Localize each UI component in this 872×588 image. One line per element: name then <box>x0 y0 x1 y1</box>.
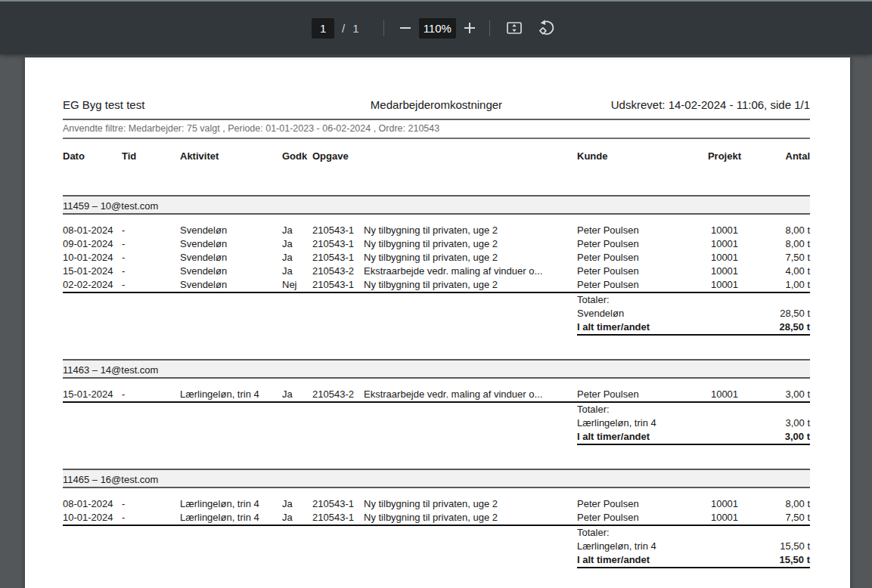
table-row: 10-01-2024 - Lærlingeløn, trin 4 Ja 2105… <box>63 511 810 525</box>
cell-tid: - <box>122 497 180 511</box>
cell-projekt: 10001 <box>698 278 751 292</box>
cell-opgave-nr: 210543-1 <box>312 278 364 292</box>
fit-to-page-button[interactable] <box>501 15 527 41</box>
grand-total-row: I alt timer/andet 15,50 t <box>577 553 810 567</box>
cell-opgave-nr: 210543-1 <box>312 224 364 237</box>
cell-opgave-nr: 210543-1 <box>312 251 364 265</box>
cell-opgave: Ekstraarbejde vedr. maling af vinduer o.… <box>364 388 577 401</box>
pdf-viewer-toolbar: / 1 110% <box>0 0 872 54</box>
cell-opgave-nr: 210543-2 <box>312 265 364 278</box>
section-totals: Totaler: Svendeløn 28,50 t I alt timer/a… <box>577 293 810 336</box>
table-row: 08-01-2024 - Svendeløn Ja 210543-1 Ny ti… <box>63 224 810 237</box>
cell-dato: 08-01-2024 <box>63 224 122 237</box>
report-header: EG Byg test test Medarbejderomkostninger… <box>63 98 810 115</box>
subtotal-label: Lærlingeløn, trin 4 <box>577 416 656 430</box>
toolbar-separator <box>489 20 490 36</box>
cell-opgave: Ekstraarbejde vedr. maling af vinduer o.… <box>364 265 577 278</box>
subtotal-label: Svendeløn <box>577 307 624 320</box>
page-number-input[interactable] <box>312 18 334 39</box>
cell-kunde: Peter Poulsen <box>577 237 698 251</box>
fit-to-page-icon <box>505 19 523 37</box>
subtotal-row: Lærlingeløn, trin 4 3,00 t <box>577 416 810 430</box>
cell-dato: 15-01-2024 <box>63 388 122 401</box>
header-divider <box>63 119 810 120</box>
subtotal-value: 28,50 t <box>780 307 810 320</box>
cell-dato: 15-01-2024 <box>63 265 122 278</box>
grand-total-value: 3,00 t <box>785 430 810 444</box>
cell-aktivitet: Svendeløn <box>180 265 282 278</box>
employee-section: 11459 – 10@test.com 08-01-2024 - Svendel… <box>63 195 810 336</box>
table-row: 15-01-2024 - Svendeløn Ja 210543-2 Ekstr… <box>63 265 810 278</box>
cell-projekt: 10001 <box>698 265 751 278</box>
cell-aktivitet: Lærlingeløn, trin 4 <box>180 497 282 511</box>
totals-label-row: Totaler: <box>577 403 810 416</box>
plus-icon <box>464 22 476 34</box>
pdf-page[interactable]: EG Byg test test Medarbejderomkostninger… <box>25 57 850 588</box>
cell-godk: Ja <box>282 265 312 278</box>
subtotal-row: Lærlingeløn, trin 4 15,50 t <box>577 540 810 553</box>
cell-antal: 8,00 t <box>751 497 810 511</box>
col-header-aktivitet: Aktivitet <box>180 150 282 163</box>
zoom-in-button[interactable] <box>460 18 479 38</box>
page-count: 1 <box>352 22 358 35</box>
grand-total-label: I alt timer/andet <box>577 553 650 567</box>
cell-godk: Nej <box>282 278 312 292</box>
page-divider: / <box>342 22 345 35</box>
cell-projekt: 10001 <box>698 511 751 525</box>
table-column-headers: Dato Tid Aktivitet Godk Opgave Kunde Pro… <box>63 150 810 163</box>
col-header-opgave: Opgave <box>312 150 364 163</box>
employee-section: 11463 – 14@test.com 15-01-2024 - Lærling… <box>63 359 810 445</box>
section-totals: Totaler: Lærlingeløn, trin 4 15,50 t I a… <box>577 526 810 568</box>
cell-kunde: Peter Poulsen <box>577 224 698 237</box>
totals-label: Totaler: <box>577 403 610 416</box>
cell-opgave-nr: 210543-1 <box>312 511 364 525</box>
subtotal-value: 3,00 t <box>785 416 810 430</box>
cell-dato: 02-02-2024 <box>63 278 122 292</box>
cell-dato: 08-01-2024 <box>63 497 122 511</box>
section-totals: Totaler: Lærlingeløn, trin 4 3,00 t I al… <box>577 403 810 445</box>
cell-tid: - <box>122 388 180 401</box>
cell-aktivitet: Svendeløn <box>180 278 282 292</box>
cell-aktivitet: Svendeløn <box>180 237 282 251</box>
cell-opgave: Ny tilbygning til privaten, uge 2 <box>364 511 577 525</box>
cell-tid: - <box>122 224 180 237</box>
cell-opgave: Ny tilbygning til privaten, uge 2 <box>364 224 577 237</box>
cell-godk: Ja <box>282 237 312 251</box>
totals-label: Totaler: <box>577 526 610 540</box>
cell-projekt: 10001 <box>698 388 751 401</box>
cell-antal: 8,00 t <box>751 224 810 237</box>
rotate-button[interactable] <box>534 15 560 42</box>
grand-total-row: I alt timer/andet 3,00 t <box>577 430 810 444</box>
cell-kunde: Peter Poulsen <box>577 251 698 265</box>
col-header-godk: Godk <box>282 150 312 163</box>
cell-kunde: Peter Poulsen <box>577 497 698 511</box>
cell-projekt: 10001 <box>698 224 751 237</box>
cell-antal: 8,00 t <box>751 237 810 251</box>
grand-total-value: 15,50 t <box>780 553 810 567</box>
viewer-canvas[interactable]: EG Byg test test Medarbejderomkostninger… <box>0 54 872 588</box>
cell-antal: 7,50 t <box>751 251 810 265</box>
cell-aktivitet: Lærlingeløn, trin 4 <box>180 511 282 525</box>
cell-opgave-nr: 210543-2 <box>312 388 364 401</box>
table-row: 15-01-2024 - Lærlingeløn, trin 4 Ja 2105… <box>63 388 810 401</box>
col-header-tid: Tid <box>122 150 180 163</box>
cell-dato: 10-01-2024 <box>63 511 122 525</box>
cell-tid: - <box>122 278 180 292</box>
minus-icon <box>399 22 411 34</box>
applied-filters: Anvendte filtre: Medarbejder: 75 valgt ,… <box>63 122 810 135</box>
table-row: 08-01-2024 - Lærlingeløn, trin 4 Ja 2105… <box>63 497 810 511</box>
employee-section-header: 11463 – 14@test.com <box>63 359 810 379</box>
col-header-kunde: Kunde <box>577 150 698 163</box>
cell-aktivitet: Svendeløn <box>180 251 282 265</box>
zoom-level-display[interactable]: 110% <box>419 18 456 39</box>
cell-godk: Ja <box>282 511 312 525</box>
cell-godk: Ja <box>282 251 312 265</box>
totals-label-row: Totaler: <box>577 293 810 307</box>
cell-opgave-nr: 210543-1 <box>312 497 364 511</box>
cell-opgave: Ny tilbygning til privaten, uge 2 <box>364 251 577 265</box>
cell-dato: 10-01-2024 <box>63 251 122 265</box>
zoom-out-button[interactable] <box>396 18 415 38</box>
grand-total-label: I alt timer/andet <box>577 430 650 444</box>
cell-projekt: 10001 <box>698 251 751 265</box>
col-header-projekt: Projekt <box>698 150 751 163</box>
